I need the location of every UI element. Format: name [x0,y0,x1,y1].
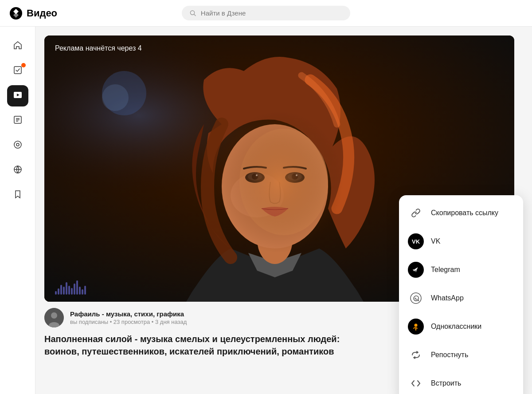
channel-avatar[interactable] [44,308,64,327]
ad-countdown-text: Реклама начнётся через 4 [55,44,142,52]
header: Видео [0,0,532,27]
repost-label: Репостнуть [431,351,468,359]
embed-label: Встроить [431,379,461,387]
svg-line-2 [194,14,196,16]
copy-link-icon [408,205,424,221]
ok-icon [408,319,424,335]
svg-point-11 [16,143,19,146]
video-icon [13,91,22,102]
whatsapp-label: WhatsApp [431,294,464,302]
share-whatsapp[interactable]: WhatsApp [399,284,523,312]
telegram-icon [408,262,424,278]
main-content: Реклама начнётся через 4 [35,27,532,394]
sidebar-item-home[interactable] [7,35,28,57]
audio-bars-left [55,277,86,295]
share-popup: Скопировать ссылку VK VK Telegram [399,195,523,394]
search-icon [190,10,196,17]
time-ago: 3 дня назад [155,319,187,325]
svg-point-10 [14,141,21,148]
main-layout: Реклама начнётся через 4 [0,27,532,394]
share-telegram[interactable]: Telegram [399,256,523,284]
sidebar-item-video[interactable] [7,85,28,106]
embed-icon [408,375,424,391]
tasks-icon [13,65,23,77]
video-title: Наполненная силой - музыка смелых и целе… [44,333,372,358]
share-embed[interactable]: Встроить [399,369,523,394]
repost-icon [408,347,424,363]
search-bar[interactable] [182,6,350,20]
svg-point-35 [415,324,418,327]
svg-rect-3 [14,67,21,74]
podcasts-icon [13,140,23,152]
ok-label: Одноклассники [431,323,481,331]
sidebar-item-podcasts[interactable] [7,135,28,156]
sidebar-item-articles[interactable] [7,110,28,131]
whatsapp-icon [408,290,424,306]
share-copy-link[interactable]: Скопировать ссылку [399,199,523,227]
svg-point-33 [411,293,421,303]
sidebar-item-channels[interactable] [7,160,28,181]
svg-point-17 [102,84,129,111]
svg-point-31 [200,102,359,280]
avatar-image [44,308,64,327]
share-repost[interactable]: Репостнуть [399,341,523,369]
share-ok[interactable]: Одноклассники [399,312,523,341]
telegram-label: Telegram [431,266,460,274]
channels-icon [13,165,23,177]
logo-text: Видео [27,8,57,19]
home-icon [13,40,23,52]
share-vk[interactable]: VK VK [399,227,523,256]
vk-label: VK [431,237,440,245]
logo[interactable]: Видео [9,6,57,20]
subscription-status: вы подписаны [70,319,108,325]
bookmarks-icon [13,189,23,201]
copy-link-label: Скопировать ссылку [431,209,498,217]
sidebar-item-tasks[interactable] [7,60,28,82]
sidebar-item-bookmarks[interactable] [7,185,28,206]
svg-point-38 [51,312,57,319]
search-input[interactable] [201,9,342,17]
tasks-badge [21,63,26,67]
sidebar [0,27,35,394]
vk-icon: VK [408,233,424,249]
view-count: 23 просмотра [113,319,150,325]
articles-icon [13,115,23,127]
logo-icon [9,6,23,20]
